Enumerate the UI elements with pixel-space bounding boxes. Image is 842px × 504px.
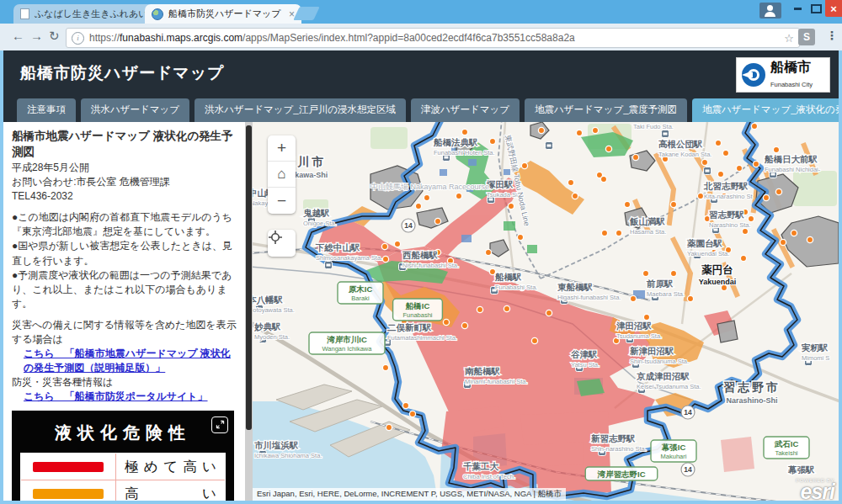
facility-dot[interactable] <box>381 243 387 249</box>
facility-dot[interactable] <box>722 150 728 156</box>
map-label: Funabashi Sta. <box>495 284 537 291</box>
browser-tab-title: ふなばし生き生きふれあいマ <box>35 8 153 20</box>
facility-dot[interactable] <box>409 411 415 416</box>
map-label: 西船橋駅 <box>402 250 439 260</box>
facility-dot[interactable] <box>546 310 552 316</box>
facility-dot[interactable] <box>773 146 779 152</box>
address-bar[interactable]: i https://funabashi.maps.arcgis.com/apps… <box>66 28 800 48</box>
facility-dot[interactable] <box>807 236 813 242</box>
facility-dot[interactable] <box>780 239 786 245</box>
facility-dot[interactable] <box>568 179 573 185</box>
facility-dot[interactable] <box>697 193 703 199</box>
facility-dot[interactable] <box>642 270 648 276</box>
facility-dot[interactable] <box>415 203 421 209</box>
zoom-in-button[interactable]: + <box>268 135 296 162</box>
facility-dot[interactable] <box>386 424 392 430</box>
facility-dot[interactable] <box>670 201 676 207</box>
legend-title: 液状化危険性 <box>20 421 226 444</box>
facility-dot[interactable] <box>402 402 408 408</box>
facility-dot[interactable] <box>576 130 582 135</box>
facility-dot[interactable] <box>753 161 759 167</box>
browser-tab-1[interactable]: ふなばし生き生きふれあいマ × <box>13 4 153 24</box>
reload-icon[interactable]: ↻ <box>49 29 60 44</box>
facility-dot[interactable] <box>670 270 676 276</box>
facility-dot[interactable] <box>461 322 467 328</box>
map-label: 実籾駅 <box>801 342 829 353</box>
facility-dot[interactable] <box>592 127 598 133</box>
maximize-button[interactable] <box>807 0 825 17</box>
back-icon[interactable]: ← <box>12 29 24 43</box>
hazard-map-tab[interactable]: 地震ハザードマップ_液状化の発生予測図 <box>692 98 839 122</box>
facility-dot[interactable] <box>643 314 649 320</box>
facility-dot[interactable] <box>605 146 611 151</box>
facility-dot[interactable] <box>538 127 544 133</box>
browser-tab-2[interactable]: 船橋市防災ハザードマップ × <box>145 4 301 24</box>
home-button[interactable]: ⌂ <box>268 162 296 188</box>
map-label: Narashino-Shi <box>726 396 777 405</box>
facility-dot[interactable] <box>382 256 388 262</box>
facility-dot[interactable] <box>443 319 449 325</box>
map-label: Chiba Inst.of Tech. <box>463 473 515 480</box>
facility-dot[interactable] <box>508 203 514 209</box>
station-icon <box>662 130 669 138</box>
facility-dot[interactable] <box>456 193 461 199</box>
profile-button[interactable] <box>759 3 781 19</box>
facility-dot[interactable] <box>736 165 742 171</box>
facility-dot[interactable] <box>742 228 748 234</box>
facility-dot[interactable] <box>687 295 693 301</box>
hazard-map-tab[interactable]: 洪水ハザードマップ <box>81 98 189 122</box>
hazard-map-tab[interactable]: 地震ハザードマップ_震度予測図 <box>525 98 687 122</box>
facility-dot[interactable] <box>394 241 400 247</box>
facility-dot[interactable] <box>624 201 630 207</box>
facility-dot[interactable] <box>600 176 606 182</box>
facility-dot[interactable] <box>601 230 607 236</box>
facility-dot[interactable] <box>715 140 721 146</box>
facility-dot[interactable] <box>763 194 769 200</box>
zoom-out-button[interactable]: − <box>268 188 296 214</box>
close-window-button[interactable]: × <box>825 0 842 17</box>
facility-dot[interactable] <box>775 188 781 194</box>
locate-button[interactable] <box>268 230 296 257</box>
facility-dot[interactable] <box>485 249 491 255</box>
facility-dot[interactable] <box>751 123 757 129</box>
info-icon[interactable]: i <box>72 32 84 45</box>
legend-expand-icon[interactable] <box>211 416 228 433</box>
portal-site-link[interactable]: こちら 「船橋市防災ポータルサイト」 <box>24 390 238 404</box>
map-viewport[interactable]: 141414市川市Ichikawa-Shi習志野市Narashino-Shi鬼越… <box>253 122 839 501</box>
map-label: 京成津田沼駅 <box>636 371 690 381</box>
facility-dot[interactable] <box>504 305 509 311</box>
facility-dot[interactable] <box>740 255 746 261</box>
menu-icon[interactable]: ⋮ <box>826 29 838 42</box>
scrollbar-thumb[interactable] <box>246 125 252 430</box>
publish-date: 平成28年5月公開 <box>12 161 238 175</box>
hazard-map-tab[interactable]: 津波ハザードマップ <box>411 98 520 122</box>
tel-line: TEL436-2032 <box>12 189 238 204</box>
facility-dot[interactable] <box>791 230 797 236</box>
facility-dot[interactable] <box>632 154 638 160</box>
sidebar-scrollbar[interactable] <box>245 122 253 501</box>
map-label: Futamatashimmachi Sta. <box>387 334 457 342</box>
facility-dot[interactable] <box>521 162 527 168</box>
facility-dot[interactable] <box>701 159 707 165</box>
facility-dot[interactable] <box>424 194 429 200</box>
facility-dot[interactable] <box>477 306 482 312</box>
forward-icon[interactable]: → <box>30 29 43 43</box>
hazard-map-tab[interactable]: 注意事項 <box>17 98 76 122</box>
facility-dot[interactable] <box>382 364 388 370</box>
hazard-map-tabbar: 注意事項洪水ハザードマップ洪水ハザードマップ_江戸川の浸水想定区域津波ハザードマ… <box>3 98 839 122</box>
facility-dot[interactable] <box>461 129 467 135</box>
bookmark-star-icon[interactable]: ☆ <box>784 32 794 45</box>
hazard-map-tab[interactable]: 洪水ハザードマップ_江戸川の浸水想定区域 <box>195 98 406 122</box>
map-canvas[interactable]: 141414市川市Ichikawa-Shi習志野市Narashino-Shi鬼越… <box>253 122 839 501</box>
facility-dot[interactable] <box>616 230 621 236</box>
facility-dot[interactable] <box>572 193 578 199</box>
minimize-button[interactable] <box>788 0 807 17</box>
extension-badge[interactable]: S <box>798 29 815 45</box>
facility-dot[interactable] <box>630 295 636 301</box>
facility-dot[interactable] <box>531 337 537 343</box>
facility-dot[interactable] <box>717 171 723 177</box>
facility-dot[interactable] <box>434 218 440 224</box>
facility-dot[interactable] <box>489 138 495 144</box>
supplement-map-link[interactable]: こちら 「船橋市地震ハザードマップ 液状化の発生予測図（説明補足版）」 <box>24 347 238 375</box>
facility-dot[interactable] <box>517 234 523 240</box>
